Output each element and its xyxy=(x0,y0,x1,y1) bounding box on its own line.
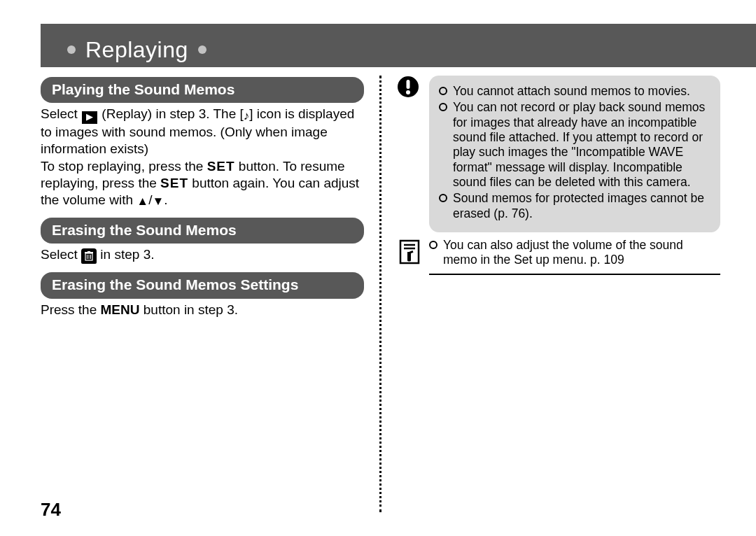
warning-block: You cannot attach sound memos to movies.… xyxy=(397,76,720,232)
body-text-playing: Select ▶ (Replay) in step 3. The [♪] ico… xyxy=(41,106,364,209)
text-fragment: To stop replaying, press the xyxy=(41,159,207,174)
text-fragment: button in step 3. xyxy=(140,302,239,317)
section-heading-erasing-settings: Erasing the Sound Memos Settings xyxy=(41,272,364,298)
svg-rect-5 xyxy=(88,251,90,253)
tip-block: You can also adjust the volume of the so… xyxy=(397,238,720,275)
header-top-strip xyxy=(41,24,756,32)
svg-point-8 xyxy=(406,90,410,94)
bullet-icon xyxy=(67,45,76,54)
text-fragment: Press the xyxy=(41,302,101,317)
warning-box: You cannot attach sound memos to movies.… xyxy=(429,76,720,232)
left-column: Playing the Sound Memos Select ▶ (Replay… xyxy=(41,76,377,512)
warning-item: You can not record or play back sound me… xyxy=(439,100,710,190)
down-arrow-icon: ▼ xyxy=(152,195,164,208)
warning-item: Sound memos for protected images cannot … xyxy=(439,191,710,221)
exclamation-icon xyxy=(397,76,422,232)
bullet-icon xyxy=(429,241,438,249)
section-heading-playing: Playing the Sound Memos xyxy=(41,77,364,103)
text-fragment: (Replay) in step 3. The [ xyxy=(98,106,244,121)
body-text-erasing-settings: Press the MENU button in step 3. xyxy=(41,302,364,318)
warning-text: Sound memos for protected images cannot … xyxy=(453,191,710,221)
bullet-icon xyxy=(198,45,206,54)
text-fragment: Select xyxy=(41,247,81,262)
warning-item: You cannot attach sound memos to movies. xyxy=(439,84,710,99)
text-fragment: in step 3. xyxy=(97,247,154,262)
header-title-bar: Replaying xyxy=(41,32,756,67)
replay-icon: ▶ xyxy=(82,111,97,124)
svg-rect-7 xyxy=(407,80,410,89)
tip-body: You can also adjust the volume of the so… xyxy=(429,238,720,275)
body-text-erasing: Select in step 3. xyxy=(41,246,364,264)
set-button-label: SET xyxy=(160,176,188,190)
memo-icon xyxy=(397,238,422,275)
warning-text: You cannot attach sound memos to movies. xyxy=(453,84,710,99)
up-arrow-icon: ▲ xyxy=(136,195,148,208)
section-heading-erasing: Erasing the Sound Memos xyxy=(41,218,364,244)
right-column: You cannot attach sound memos to movies.… xyxy=(384,76,720,512)
page-number: 74 xyxy=(41,499,61,521)
page-content: Playing the Sound Memos Select ▶ (Replay… xyxy=(41,76,728,512)
text-fragment: Select xyxy=(41,106,81,121)
bullet-icon xyxy=(439,103,447,111)
menu-button-label: MENU xyxy=(101,302,140,317)
column-divider xyxy=(379,76,382,512)
bullet-icon xyxy=(439,194,447,202)
warning-text: You can not record or play back sound me… xyxy=(453,100,710,190)
bullet-icon xyxy=(439,87,447,95)
svg-rect-12 xyxy=(410,251,414,254)
tip-text: You can also adjust the volume of the so… xyxy=(443,238,720,268)
trash-icon xyxy=(81,248,97,264)
set-button-label: SET xyxy=(207,159,235,174)
page-title: Replaying xyxy=(85,37,188,63)
